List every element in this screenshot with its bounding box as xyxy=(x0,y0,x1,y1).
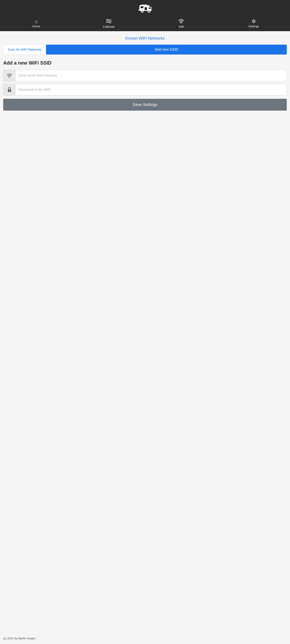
nav-calibrate[interactable]: Calibrate xyxy=(72,17,145,31)
scan-networks-button[interactable]: Scan for WiFi Networks xyxy=(3,45,46,54)
nav-wifi-label: Wifi xyxy=(179,25,184,28)
svg-rect-9 xyxy=(138,10,140,10)
svg-rect-2 xyxy=(140,6,144,8)
copyright-text: (c) 2022 by Martin Verges xyxy=(3,637,36,640)
main-nav: ⌂ Home Calibrate xyxy=(0,17,290,31)
svg-point-11 xyxy=(181,23,182,23)
svg-point-6 xyxy=(142,11,143,12)
svg-point-8 xyxy=(148,11,150,12)
app-logo xyxy=(138,3,152,14)
nav-calibrate-label: Calibrate xyxy=(103,25,115,28)
wifi-icon xyxy=(178,19,184,24)
nav-home[interactable]: ⌂ Home xyxy=(0,17,72,31)
svg-rect-4 xyxy=(144,7,147,10)
app-header: ⌂ Home Calibrate xyxy=(0,0,290,31)
svg-rect-10 xyxy=(141,5,147,6)
nav-settings[interactable]: ⚙ Settings xyxy=(218,17,290,31)
password-input-group xyxy=(3,84,287,96)
known-networks-title[interactable]: Known WiFi Networks xyxy=(3,36,287,41)
nav-settings-label: Settings xyxy=(248,24,259,28)
save-settings-button[interactable]: Save Settings xyxy=(3,99,287,110)
add-ssid-button[interactable]: Add new SSID xyxy=(46,45,287,54)
lock-input-icon xyxy=(4,84,16,95)
svg-rect-3 xyxy=(149,8,151,9)
calibrate-icon xyxy=(106,19,112,24)
form-title: Add a new WiFi SSID xyxy=(3,60,287,66)
svg-point-12 xyxy=(9,77,10,78)
svg-rect-15 xyxy=(9,91,10,92)
ssid-input[interactable] xyxy=(16,70,286,81)
nav-home-label: Home xyxy=(32,24,40,28)
home-icon: ⌂ xyxy=(35,19,38,24)
password-input[interactable] xyxy=(16,84,286,95)
ssid-input-group xyxy=(3,70,287,82)
page-footer: (c) 2022 by Martin Verges xyxy=(0,633,290,644)
settings-icon: ⚙ xyxy=(252,19,256,24)
nav-wifi[interactable]: Wifi xyxy=(145,17,218,31)
wifi-input-icon xyxy=(4,70,16,81)
tab-buttons: Scan for WiFi Networks Add new SSID xyxy=(3,45,287,54)
main-content: Known WiFi Networks Scan for WiFi Networ… xyxy=(0,31,290,633)
